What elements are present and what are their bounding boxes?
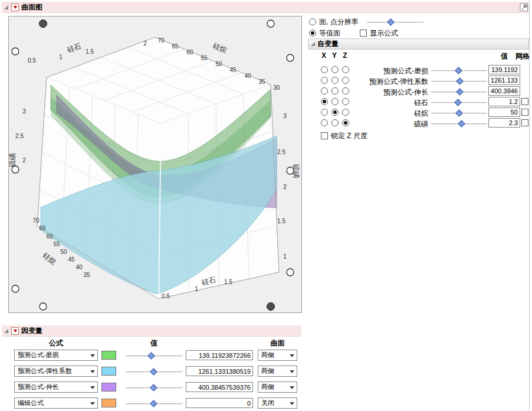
show-formula-checkbox[interactable] [360,30,367,37]
surface-mode-select[interactable]: 两侧 [258,366,297,377]
value-slider[interactable] [431,110,487,116]
value-input[interactable] [488,65,520,74]
x-axis-radio[interactable] [321,119,328,126]
rotation-handle-active[interactable] [40,20,47,28]
slider-thumb[interactable] [454,99,462,106]
y-axis-radio[interactable] [331,119,339,126]
x-axis-radio[interactable] [321,77,328,84]
slider-thumb[interactable] [147,352,155,360]
slider-thumb[interactable] [456,88,464,96]
surface-color-swatch[interactable] [101,399,116,407]
x-axis-radio[interactable] [321,66,328,73]
surface-color-swatch[interactable] [101,367,116,376]
red-triangle-menu-button[interactable] [11,4,19,11]
rotation-handle[interactable] [287,54,294,61]
surface-color-swatch[interactable] [101,351,116,360]
slider-thumb[interactable] [456,77,464,85]
value-input[interactable] [488,107,520,117]
value-slider[interactable] [431,89,487,94]
red-triangle-menu-button[interactable] [11,327,19,335]
window-layout-icon[interactable] [520,3,528,14]
tick-label: 2 [22,157,26,164]
isosurface-radio[interactable] [309,30,316,37]
y-axis-radio[interactable] [331,77,339,84]
rotation-handle[interactable] [287,167,294,174]
value-input[interactable] [488,86,520,96]
surface-mode-select[interactable]: 关闭 [258,397,297,409]
grid-checkbox[interactable] [521,109,528,116]
formula-select[interactable]: 编辑公式 [14,397,98,409]
resolution-slider[interactable] [367,19,423,25]
z-axis-radio[interactable] [342,66,349,73]
value-input[interactable] [488,97,520,106]
rotation-handle[interactable] [12,285,19,292]
surface-mode-select[interactable]: 两侧 [258,350,297,361]
value-input[interactable] [186,366,253,376]
formula-select[interactable]: 预测公式-弹性系数 [14,366,98,377]
slider-thumb[interactable] [150,368,157,376]
slider-thumb[interactable] [387,18,395,26]
grid-checkbox[interactable] [521,119,528,126]
value-slider[interactable] [126,385,182,390]
chevron-down-icon [90,354,95,357]
value-input[interactable] [186,398,253,408]
value-slider[interactable] [431,100,487,105]
sheet-resolution-radio[interactable] [309,18,316,25]
independent-row: 硅烷 [0,107,532,118]
y-axis-radio[interactable] [331,87,339,94]
lock-z-scale-label: 锁定 Z 尺度 [331,131,367,141]
formula-select-value: 编辑公式 [18,399,44,407]
slider-thumb[interactable] [458,120,465,128]
disclosure-triangle-icon[interactable] [4,329,8,333]
tick-label: 65 [172,43,179,50]
surface-color-swatch[interactable] [101,383,116,392]
y-axis-radio[interactable] [331,109,339,116]
slider-thumb[interactable] [150,384,157,392]
z-axis-radio[interactable] [342,77,349,84]
independent-row: 硫磺 [0,118,532,129]
value-slider[interactable] [431,79,487,84]
surface-plot-3d-panel[interactable]: 硅石 硅烷 硫磺 硫磺 硅烷 硅石 2 1.5 1 0.5 70 65 60 5… [8,16,302,313]
slider-thumb[interactable] [150,400,157,407]
value-slider[interactable] [431,121,487,126]
value-input[interactable] [186,382,253,392]
tick-label: 2.5 [15,133,24,139]
formula-select[interactable]: 预测公式-伸长 [14,381,98,393]
variable-label: 预测公式-伸长 [383,87,428,97]
value-slider[interactable] [126,353,182,358]
z-axis-radio[interactable] [342,87,349,94]
value-slider[interactable] [126,369,182,374]
slider-thumb[interactable] [455,109,463,117]
slider-track[interactable] [367,22,423,23]
value-input[interactable] [488,76,520,85]
y-axis-radio[interactable] [331,66,339,73]
lock-z-scale-checkbox[interactable] [321,132,328,139]
value-slider[interactable] [431,68,487,73]
y-axis-radio[interactable] [331,98,339,105]
x-axis-radio[interactable] [321,87,328,94]
x-axis-radio[interactable] [321,98,328,105]
rotation-handle[interactable] [267,20,274,27]
z-axis-radio[interactable] [342,119,349,126]
column-header-surface: 曲面 [258,338,297,348]
tick-label: 1.5 [86,48,94,55]
surface-plot-3d[interactable]: 硅石 硅烷 硫磺 硫磺 硅烷 硅石 2 1.5 1 0.5 70 65 60 5… [9,17,301,312]
rotation-handle[interactable] [12,166,19,173]
slider-thumb[interactable] [455,67,462,74]
z-axis-radio[interactable] [342,98,349,105]
surface-mode-select[interactable]: 两侧 [258,381,297,393]
rotation-handle[interactable] [40,303,47,310]
value-input[interactable] [186,350,253,360]
disclosure-triangle-icon[interactable] [311,42,315,46]
grid-checkbox[interactable] [521,98,528,105]
value-slider[interactable] [126,401,182,406]
rotation-handle[interactable] [12,48,19,55]
formula-select[interactable]: 预测公式-磨损 [14,350,98,361]
rotation-handle-active[interactable] [267,303,275,311]
value-input[interactable] [488,118,520,128]
rotation-handle[interactable] [287,269,294,276]
z-axis-radio[interactable] [342,109,349,116]
disclosure-triangle-icon[interactable] [4,5,8,9]
x-axis-radio[interactable] [321,109,328,116]
axis-label-silane-top: 硅烷 [212,41,228,54]
